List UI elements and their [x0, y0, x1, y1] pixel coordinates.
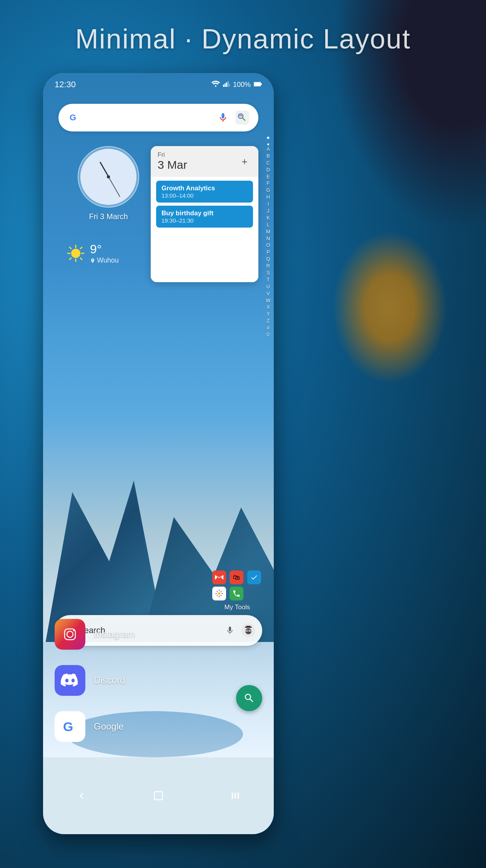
- wifi-icon: [211, 81, 220, 89]
- location-name: Wuhou: [97, 256, 119, 264]
- alpha-q[interactable]: Q: [266, 256, 270, 263]
- svg-rect-7: [254, 83, 260, 86]
- home-button[interactable]: [147, 784, 170, 807]
- alpha-k[interactable]: K: [266, 215, 270, 221]
- alpha-dot: [267, 143, 269, 145]
- bg-gold-overlay: [332, 231, 448, 384]
- google-lens-icon[interactable]: [234, 109, 251, 126]
- voice-search-icon[interactable]: [216, 111, 230, 125]
- instagram-icon: [55, 619, 85, 650]
- my-tools-label: My Tools: [212, 604, 262, 611]
- alpha-f[interactable]: F: [267, 180, 270, 187]
- svg-rect-46: [155, 792, 163, 800]
- svg-line-20: [70, 247, 71, 249]
- discord-icon: [55, 665, 85, 696]
- svg-point-24: [218, 592, 220, 595]
- page-title: Minimal · Dynamic Layout: [0, 23, 486, 55]
- alpha-a[interactable]: A: [266, 146, 270, 153]
- calendar-date-label: Fri 3 Mar: [158, 151, 187, 171]
- svg-rect-49: [238, 793, 239, 799]
- app-item-google[interactable]: G Google: [55, 711, 262, 742]
- calendar-empty-space: [156, 231, 253, 277]
- svg-text:G: G: [70, 113, 76, 122]
- clock-widget: Fri 3 March: [66, 146, 151, 221]
- alpha-j[interactable]: J: [267, 208, 270, 215]
- svg-text:G: G: [63, 719, 73, 734]
- svg-point-44: [73, 630, 75, 631]
- phone-frame: 12:30 100%: [43, 73, 274, 834]
- alpha-w[interactable]: W: [266, 298, 270, 304]
- alpha-h[interactable]: H: [266, 194, 270, 201]
- alpha-x[interactable]: X: [266, 304, 270, 311]
- alpha-n[interactable]: N: [266, 236, 270, 242]
- calendar-day-number: 3 Mar: [158, 158, 187, 171]
- alpha-i[interactable]: I: [268, 201, 269, 208]
- alpha-copyright[interactable]: ©: [266, 332, 270, 338]
- tasks-tool-icon[interactable]: [247, 570, 261, 584]
- signal-icon: [223, 81, 230, 89]
- battery-level: 100%: [233, 81, 251, 89]
- event-1-title: Growth Analytics: [161, 185, 248, 192]
- alpha-b[interactable]: B: [266, 153, 270, 160]
- weather-location: Wuhou: [90, 256, 119, 264]
- nav-bar: [43, 765, 274, 834]
- alpha-t[interactable]: T: [267, 277, 270, 283]
- clock-face: [80, 149, 136, 205]
- svg-rect-1: [223, 85, 224, 87]
- alpha-y[interactable]: Y: [266, 311, 270, 318]
- phone-tool-icon[interactable]: [230, 587, 243, 600]
- calendar-add-button[interactable]: +: [238, 155, 251, 168]
- alpha-z[interactable]: Z: [267, 318, 270, 324]
- weather-col: [66, 244, 85, 263]
- app-item-instagram[interactable]: Instagram: [55, 619, 262, 650]
- alpha-l[interactable]: L: [267, 222, 270, 228]
- status-time: 12:30: [55, 80, 76, 90]
- calendar-events: Growth Analytics 13:00–14:00 Buy birthda…: [151, 177, 258, 282]
- google-logo: G: [66, 110, 82, 125]
- calendar-header: Fri 3 Mar +: [151, 146, 258, 177]
- alpha-s[interactable]: S: [266, 270, 270, 276]
- alpha-u[interactable]: U: [266, 284, 270, 290]
- back-button[interactable]: [70, 784, 93, 807]
- status-bar: 12:30 100%: [43, 73, 274, 96]
- shopping-tool-icon[interactable]: 🛍: [230, 570, 243, 584]
- alpha-hash[interactable]: #: [267, 325, 270, 331]
- svg-rect-2: [225, 83, 226, 87]
- minute-hand: [108, 177, 120, 197]
- svg-line-21: [80, 258, 82, 259]
- alpha-r[interactable]: R: [266, 263, 270, 269]
- fab-search-button[interactable]: [236, 685, 262, 711]
- alpha-v[interactable]: V: [266, 291, 270, 297]
- svg-rect-5: [229, 84, 230, 87]
- calendar-event-1[interactable]: Growth Analytics 13:00–14:00: [156, 181, 253, 203]
- calendar-day-short: Fri: [158, 151, 187, 158]
- gmail-tool-icon[interactable]: [212, 570, 226, 584]
- sun-icon: [66, 244, 85, 263]
- recents-button[interactable]: [224, 784, 247, 807]
- alpha-g[interactable]: G: [266, 187, 270, 194]
- tools-icons-grid: 🛍: [212, 570, 262, 600]
- alpha-d[interactable]: D: [266, 167, 270, 173]
- app-item-discord[interactable]: Discord: [55, 665, 262, 696]
- alpha-plus: ✦: [266, 135, 271, 141]
- alpha-m[interactable]: M: [266, 229, 270, 235]
- svg-point-14: [240, 115, 241, 117]
- clock-date: Fri 3 March: [66, 212, 151, 221]
- alpha-p[interactable]: P: [266, 249, 270, 256]
- photos-tool-icon[interactable]: [212, 587, 226, 600]
- instagram-app-name: Instagram: [94, 629, 135, 640]
- calendar-event-2[interactable]: Buy birthday gift 19:30–21:30: [156, 206, 253, 228]
- weather-info: 9° Wuhou: [90, 242, 119, 264]
- alpha-c[interactable]: C: [266, 160, 270, 166]
- alphabet-index: ✦ A B C D E F G H I J K L M N O P Q R S …: [266, 135, 271, 338]
- svg-rect-8: [261, 83, 262, 85]
- alpha-e[interactable]: E: [266, 174, 270, 180]
- svg-point-43: [67, 631, 73, 637]
- google-search-bar[interactable]: G: [58, 104, 258, 131]
- svg-rect-47: [232, 793, 233, 799]
- discord-app-name: Discord: [94, 675, 125, 686]
- google-app-name: Google: [94, 721, 123, 732]
- google-app-icon: G: [55, 711, 85, 742]
- alpha-o[interactable]: O: [266, 242, 270, 249]
- hour-hand: [99, 161, 109, 177]
